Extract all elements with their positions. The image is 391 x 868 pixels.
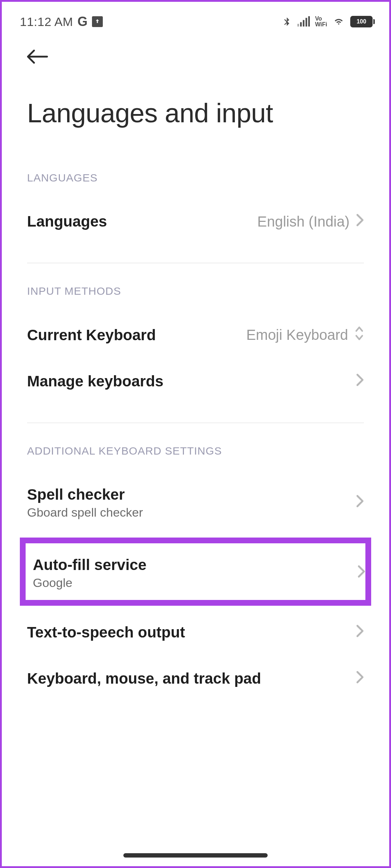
chevron-right-icon bbox=[356, 373, 364, 390]
status-left: 11:12 AM G bbox=[20, 14, 103, 29]
svg-rect-2 bbox=[303, 20, 305, 27]
gesture-bar[interactable] bbox=[123, 853, 268, 858]
upload-icon bbox=[92, 16, 103, 27]
section-additional: ADDITIONAL KEYBOARD SETTINGS Spell check… bbox=[2, 423, 389, 702]
section-input-methods: INPUT METHODS Current Keyboard Emoji Key… bbox=[2, 263, 389, 404]
chevron-right-icon bbox=[356, 671, 364, 687]
row-sublabel-autofill: Google bbox=[33, 576, 146, 590]
row-label-current-keyboard: Current Keyboard bbox=[27, 326, 156, 344]
row-label-autofill: Auto-fill service bbox=[33, 556, 146, 574]
row-label-tts: Text-to-speech output bbox=[27, 624, 185, 641]
svg-rect-1 bbox=[300, 22, 302, 27]
highlight-autofill: Auto-fill service Google bbox=[20, 538, 371, 606]
section-header-input-methods: INPUT METHODS bbox=[27, 263, 364, 312]
updown-icon bbox=[355, 326, 364, 344]
row-value-languages: English (India) bbox=[257, 214, 350, 230]
back-button[interactable] bbox=[27, 59, 48, 65]
status-right: VoWiFi 100 bbox=[282, 15, 375, 28]
svg-rect-0 bbox=[298, 24, 299, 27]
svg-rect-4 bbox=[308, 16, 310, 27]
wifi-icon bbox=[332, 16, 345, 27]
row-label-kbm: Keyboard, mouse, and track pad bbox=[27, 670, 261, 687]
row-spell-checker[interactable]: Spell checker Gboard spell checker bbox=[27, 472, 364, 534]
chevron-right-icon bbox=[357, 565, 365, 581]
section-languages: LANGUAGES Languages English (India) bbox=[2, 150, 389, 245]
row-label-manage-keyboards: Manage keyboards bbox=[27, 373, 163, 390]
battery-icon: 100 bbox=[350, 16, 375, 27]
bluetooth-icon bbox=[282, 15, 292, 28]
google-icon: G bbox=[78, 14, 88, 29]
row-label-spell-checker: Spell checker bbox=[27, 486, 143, 503]
row-tts[interactable]: Text-to-speech output bbox=[27, 609, 364, 656]
vowifi-icon: VoWiFi bbox=[315, 16, 327, 27]
section-header-languages: LANGUAGES bbox=[27, 150, 364, 198]
status-bar: 11:12 AM G VoWiFi 100 bbox=[2, 2, 389, 35]
signal-icon bbox=[297, 16, 310, 27]
row-kbm[interactable]: Keyboard, mouse, and track pad bbox=[27, 656, 364, 702]
section-header-additional: ADDITIONAL KEYBOARD SETTINGS bbox=[27, 423, 364, 472]
chevron-right-icon bbox=[356, 624, 364, 641]
row-languages[interactable]: Languages English (India) bbox=[27, 198, 364, 245]
chevron-right-icon bbox=[356, 495, 364, 511]
status-time: 11:12 AM bbox=[20, 15, 73, 29]
page-title: Languages and input bbox=[2, 65, 389, 150]
row-sublabel-spell-checker: Gboard spell checker bbox=[27, 505, 143, 520]
row-manage-keyboards[interactable]: Manage keyboards bbox=[27, 358, 364, 404]
svg-rect-3 bbox=[306, 18, 307, 27]
row-autofill[interactable]: Auto-fill service Google bbox=[33, 543, 358, 600]
row-label-languages: Languages bbox=[27, 213, 107, 230]
row-current-keyboard[interactable]: Current Keyboard Emoji Keyboard bbox=[27, 312, 364, 358]
row-value-current-keyboard: Emoji Keyboard bbox=[246, 327, 348, 343]
chevron-right-icon bbox=[356, 214, 364, 230]
